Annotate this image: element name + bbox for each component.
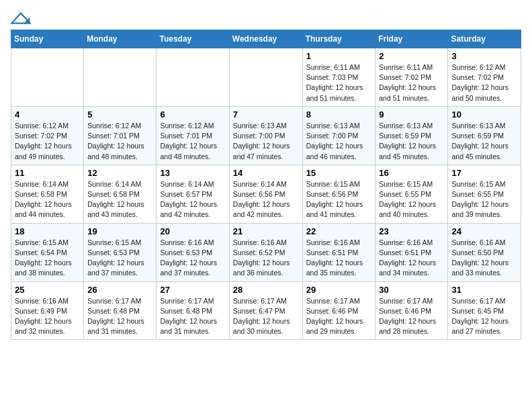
day-number: 22	[306, 226, 372, 236]
day-number: 1	[306, 51, 372, 61]
weekday-header-monday: Monday	[84, 30, 157, 48]
weekday-header-friday: Friday	[375, 30, 448, 48]
day-info: Sunrise: 6:15 AM Sunset: 6:56 PM Dayligh…	[306, 179, 372, 220]
day-number: 24	[451, 226, 517, 236]
day-info: Sunrise: 6:15 AM Sunset: 6:55 PM Dayligh…	[451, 179, 517, 220]
day-number: 18	[15, 226, 80, 236]
day-info: Sunrise: 6:15 AM Sunset: 6:54 PM Dayligh…	[15, 238, 80, 279]
day-number: 11	[15, 168, 80, 178]
day-number: 3	[451, 51, 517, 61]
week-row-1: 1Sunrise: 6:11 AM Sunset: 7:03 PM Daylig…	[11, 48, 521, 107]
day-number: 10	[451, 109, 517, 120]
day-info: Sunrise: 6:17 AM Sunset: 6:45 PM Dayligh…	[451, 296, 517, 337]
day-number: 27	[160, 285, 225, 295]
day-info: Sunrise: 6:14 AM Sunset: 6:57 PM Dayligh…	[160, 179, 225, 220]
day-info: Sunrise: 6:14 AM Sunset: 6:58 PM Dayligh…	[87, 179, 152, 220]
calendar-cell: 28Sunrise: 6:17 AM Sunset: 6:47 PM Dayli…	[229, 281, 302, 340]
day-number: 8	[306, 109, 372, 120]
day-number: 12	[87, 168, 152, 178]
calendar-cell: 31Sunrise: 6:17 AM Sunset: 6:45 PM Dayli…	[448, 281, 521, 340]
calendar-cell: 25Sunrise: 6:16 AM Sunset: 6:49 PM Dayli…	[11, 281, 84, 340]
calendar-cell: 3Sunrise: 6:12 AM Sunset: 7:02 PM Daylig…	[448, 48, 521, 107]
calendar-cell: 13Sunrise: 6:14 AM Sunset: 6:57 PM Dayli…	[157, 165, 229, 223]
calendar-cell: 24Sunrise: 6:16 AM Sunset: 6:50 PM Dayli…	[448, 223, 521, 281]
logo	[11, 11, 36, 24]
calendar-cell: 16Sunrise: 6:15 AM Sunset: 6:55 PM Dayli…	[375, 165, 448, 223]
day-number: 31	[451, 285, 517, 295]
week-row-3: 11Sunrise: 6:14 AM Sunset: 6:58 PM Dayli…	[11, 165, 521, 223]
calendar-cell: 5Sunrise: 6:12 AM Sunset: 7:01 PM Daylig…	[84, 106, 157, 165]
calendar-cell: 20Sunrise: 6:16 AM Sunset: 6:53 PM Dayli…	[157, 223, 229, 281]
logo-icon	[11, 12, 31, 24]
week-row-2: 4Sunrise: 6:12 AM Sunset: 7:02 PM Daylig…	[11, 106, 521, 165]
calendar-cell	[84, 48, 157, 107]
calendar-cell: 6Sunrise: 6:12 AM Sunset: 7:01 PM Daylig…	[157, 106, 229, 165]
day-info: Sunrise: 6:16 AM Sunset: 6:52 PM Dayligh…	[233, 238, 299, 279]
day-number: 19	[87, 226, 152, 236]
calendar-cell: 26Sunrise: 6:17 AM Sunset: 6:48 PM Dayli…	[84, 281, 157, 340]
day-info: Sunrise: 6:14 AM Sunset: 6:56 PM Dayligh…	[233, 179, 299, 220]
day-number: 25	[15, 285, 80, 295]
day-number: 14	[233, 168, 299, 178]
day-number: 30	[379, 285, 444, 295]
calendar-cell: 17Sunrise: 6:15 AM Sunset: 6:55 PM Dayli…	[448, 165, 521, 223]
calendar-cell: 18Sunrise: 6:15 AM Sunset: 6:54 PM Dayli…	[11, 223, 84, 281]
day-info: Sunrise: 6:12 AM Sunset: 7:01 PM Dayligh…	[87, 121, 152, 162]
day-number: 5	[87, 109, 152, 120]
page-header	[11, 11, 521, 24]
day-info: Sunrise: 6:12 AM Sunset: 7:02 PM Dayligh…	[451, 62, 517, 103]
day-info: Sunrise: 6:16 AM Sunset: 6:51 PM Dayligh…	[379, 238, 444, 279]
day-info: Sunrise: 6:16 AM Sunset: 6:50 PM Dayligh…	[451, 238, 517, 279]
day-info: Sunrise: 6:17 AM Sunset: 6:46 PM Dayligh…	[306, 296, 372, 337]
day-info: Sunrise: 6:11 AM Sunset: 7:03 PM Dayligh…	[306, 62, 372, 103]
calendar-table: SundayMondayTuesdayWednesdayThursdayFrid…	[11, 30, 521, 340]
weekday-header-saturday: Saturday	[448, 30, 521, 48]
day-info: Sunrise: 6:17 AM Sunset: 6:48 PM Dayligh…	[160, 296, 225, 337]
calendar-cell: 29Sunrise: 6:17 AM Sunset: 6:46 PM Dayli…	[302, 281, 375, 340]
calendar-cell: 11Sunrise: 6:14 AM Sunset: 6:58 PM Dayli…	[11, 165, 84, 223]
day-info: Sunrise: 6:15 AM Sunset: 6:55 PM Dayligh…	[379, 179, 444, 220]
calendar-cell: 8Sunrise: 6:13 AM Sunset: 7:00 PM Daylig…	[302, 106, 375, 165]
weekday-header-wednesday: Wednesday	[229, 30, 302, 48]
day-number: 2	[379, 51, 444, 61]
calendar-cell	[229, 48, 302, 107]
day-number: 4	[15, 109, 80, 120]
day-number: 17	[451, 168, 517, 178]
weekday-header-tuesday: Tuesday	[157, 30, 229, 48]
week-row-4: 18Sunrise: 6:15 AM Sunset: 6:54 PM Dayli…	[11, 223, 521, 281]
day-info: Sunrise: 6:12 AM Sunset: 7:02 PM Dayligh…	[15, 121, 80, 162]
day-info: Sunrise: 6:17 AM Sunset: 6:47 PM Dayligh…	[233, 296, 299, 337]
day-info: Sunrise: 6:16 AM Sunset: 6:53 PM Dayligh…	[160, 238, 225, 279]
day-info: Sunrise: 6:17 AM Sunset: 6:48 PM Dayligh…	[87, 296, 152, 337]
calendar-cell: 14Sunrise: 6:14 AM Sunset: 6:56 PM Dayli…	[229, 165, 302, 223]
day-number: 13	[160, 168, 225, 178]
calendar-cell: 30Sunrise: 6:17 AM Sunset: 6:46 PM Dayli…	[375, 281, 448, 340]
weekday-header-row: SundayMondayTuesdayWednesdayThursdayFrid…	[11, 30, 521, 48]
calendar-cell: 10Sunrise: 6:13 AM Sunset: 6:59 PM Dayli…	[448, 106, 521, 165]
calendar-cell: 15Sunrise: 6:15 AM Sunset: 6:56 PM Dayli…	[302, 165, 375, 223]
day-info: Sunrise: 6:13 AM Sunset: 7:00 PM Dayligh…	[306, 121, 372, 162]
day-info: Sunrise: 6:12 AM Sunset: 7:01 PM Dayligh…	[160, 121, 225, 162]
day-info: Sunrise: 6:14 AM Sunset: 6:58 PM Dayligh…	[15, 179, 80, 220]
calendar-cell: 21Sunrise: 6:16 AM Sunset: 6:52 PM Dayli…	[229, 223, 302, 281]
day-info: Sunrise: 6:15 AM Sunset: 6:53 PM Dayligh…	[87, 238, 152, 279]
day-info: Sunrise: 6:16 AM Sunset: 6:49 PM Dayligh…	[15, 296, 80, 337]
calendar-cell	[11, 48, 84, 107]
calendar-cell: 23Sunrise: 6:16 AM Sunset: 6:51 PM Dayli…	[375, 223, 448, 281]
day-number: 23	[379, 226, 444, 236]
calendar-cell: 27Sunrise: 6:17 AM Sunset: 6:48 PM Dayli…	[157, 281, 229, 340]
calendar-cell	[157, 48, 229, 107]
day-number: 29	[306, 285, 372, 295]
calendar-cell: 12Sunrise: 6:14 AM Sunset: 6:58 PM Dayli…	[84, 165, 157, 223]
weekday-header-thursday: Thursday	[302, 30, 375, 48]
day-info: Sunrise: 6:13 AM Sunset: 6:59 PM Dayligh…	[379, 121, 444, 162]
calendar-cell: 7Sunrise: 6:13 AM Sunset: 7:00 PM Daylig…	[229, 106, 302, 165]
day-number: 28	[233, 285, 299, 295]
calendar-cell: 22Sunrise: 6:16 AM Sunset: 6:51 PM Dayli…	[302, 223, 375, 281]
calendar-cell: 2Sunrise: 6:11 AM Sunset: 7:02 PM Daylig…	[375, 48, 448, 107]
day-number: 16	[379, 168, 444, 178]
day-info: Sunrise: 6:13 AM Sunset: 7:00 PM Dayligh…	[233, 121, 299, 162]
week-row-5: 25Sunrise: 6:16 AM Sunset: 6:49 PM Dayli…	[11, 281, 521, 340]
day-info: Sunrise: 6:16 AM Sunset: 6:51 PM Dayligh…	[306, 238, 372, 279]
day-info: Sunrise: 6:13 AM Sunset: 6:59 PM Dayligh…	[451, 121, 517, 162]
